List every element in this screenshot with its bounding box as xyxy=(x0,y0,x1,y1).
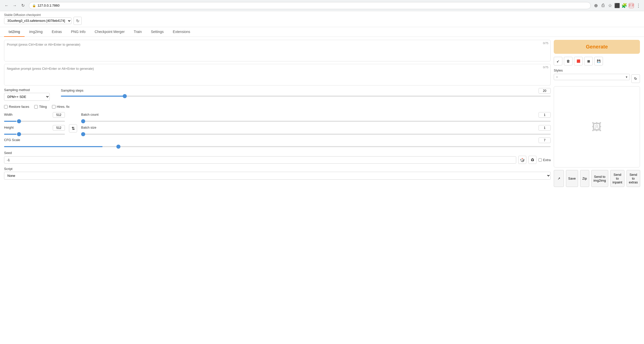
address-bar: 🔒 xyxy=(29,2,591,9)
positive-counter: 0/75 xyxy=(543,42,548,45)
trash-button[interactable]: 🗑 xyxy=(564,57,573,65)
sampling-method-col: Sampling method DPM++ SDE xyxy=(4,88,55,101)
tab-extras[interactable]: Extras xyxy=(47,27,66,37)
hires-fix-label: Hires. fix xyxy=(57,105,70,109)
extensions-icon[interactable]: 🧩 xyxy=(622,3,627,8)
share-icon: ↗ xyxy=(558,177,560,180)
tab-txt2img[interactable]: txt2img xyxy=(4,27,25,37)
batch-size-slider[interactable] xyxy=(81,134,551,135)
positive-prompt-wrapper: 0/75 xyxy=(4,40,551,61)
width-value[interactable] xyxy=(53,112,65,118)
forward-button[interactable]: → xyxy=(11,2,18,9)
tiling-label: Tiling xyxy=(39,105,47,109)
checkpoint-section: Stable Diffusion checkpoint 3Guofeng3_v3… xyxy=(4,13,82,25)
seed-input[interactable] xyxy=(4,156,516,164)
script-select[interactable]: None xyxy=(4,172,551,180)
share-icon[interactable]: ⎙ xyxy=(600,3,605,8)
save-style-button[interactable]: 💾 xyxy=(594,57,603,65)
zip-button[interactable]: Zip xyxy=(580,170,589,187)
styles-expand-button[interactable]: ▾ xyxy=(626,75,628,79)
image-preview-area: 🖼 xyxy=(554,86,640,167)
translate-icon[interactable]: ⊕ xyxy=(593,3,598,8)
styles-section: Styles × ▾ ↻ xyxy=(554,68,640,83)
seed-extra-input[interactable] xyxy=(539,158,542,162)
tabs: txt2img img2img Extras PNG Info Checkpoi… xyxy=(0,27,644,37)
save-button[interactable]: Save xyxy=(566,170,578,187)
sampling-method-select[interactable]: DPM++ SDE xyxy=(4,93,50,101)
back-button[interactable]: ← xyxy=(3,2,10,9)
height-slider[interactable] xyxy=(4,134,65,135)
tab-settings[interactable]: Settings xyxy=(146,27,168,37)
sampling-steps-col: Sampling steps xyxy=(61,88,551,97)
lock-icon: 🔒 xyxy=(32,4,36,7)
script-section: Script None xyxy=(4,167,551,180)
dims-left: Width Height xyxy=(4,112,65,135)
dims-batch-area: Width Height xyxy=(4,112,551,135)
checkpoint-refresh-button[interactable]: ↻ xyxy=(74,17,82,25)
cfg-scale-slider[interactable] xyxy=(4,146,551,147)
restore-faces-label: Restore faces xyxy=(9,105,29,109)
tab-img2img[interactable]: img2img xyxy=(25,27,47,37)
styles-dropdown[interactable]: × ▾ xyxy=(554,74,630,80)
seed-extra-checkbox[interactable]: Extra xyxy=(539,158,551,162)
send-inpaint-button[interactable]: Send to inpaint xyxy=(610,170,624,187)
action-icons-row: ↙ 🗑 🟥 ▦ 💾 xyxy=(554,57,640,65)
width-slider[interactable] xyxy=(4,121,65,122)
image-placeholder-icon: 🖼 xyxy=(592,121,602,133)
batch-size-value[interactable] xyxy=(539,125,551,131)
bottom-actions: ↗ Save Zip Send to img2img Send to inpai… xyxy=(554,170,640,187)
tab-pnginfo[interactable]: PNG Info xyxy=(66,27,90,37)
styles-clear-button[interactable]: × xyxy=(556,75,558,79)
share-button[interactable]: ↗ xyxy=(554,170,564,187)
sampling-steps-value[interactable] xyxy=(539,88,551,94)
hires-fix-checkbox[interactable]: Hires. fix xyxy=(52,105,70,109)
sampling-method-label: Sampling method xyxy=(4,88,55,92)
tab-train[interactable]: Train xyxy=(129,27,146,37)
restore-faces-input[interactable] xyxy=(4,105,8,109)
seed-dice-button[interactable]: 🎲 xyxy=(518,156,526,164)
checkpoint-label: Stable Diffusion checkpoint xyxy=(4,13,81,17)
script-label: Script xyxy=(4,167,551,171)
batch-count-value[interactable] xyxy=(539,112,551,118)
tab-checkpoint-merger[interactable]: Checkpoint Merger xyxy=(90,27,129,37)
bookmark-icon[interactable]: ☆ xyxy=(607,3,613,8)
arrow-down-left-button[interactable]: ↙ xyxy=(554,57,562,65)
sampling-steps-label: Sampling steps xyxy=(61,89,83,92)
generate-button[interactable]: Generate xyxy=(554,40,640,54)
negative-prompt-input[interactable] xyxy=(4,64,550,84)
checkpoint-select[interactable]: 3Guofeng3_v33.safetensors [4078eb4174] xyxy=(4,18,71,24)
tiling-checkbox[interactable]: Tiling xyxy=(34,105,47,109)
browser-actions: ⊕ ⎙ ☆ ⬛ 🧩 更新 ⋮ xyxy=(593,3,641,8)
styles-refresh-button[interactable]: ↻ xyxy=(631,74,640,83)
sampling-steps-slider[interactable] xyxy=(61,96,551,97)
nav-buttons: ← → ↻ xyxy=(3,2,26,9)
positive-prompt-input[interactable] xyxy=(4,40,550,60)
menu-icon[interactable]: ⋮ xyxy=(636,3,641,8)
swap-dimensions-button[interactable]: ⇅ xyxy=(69,124,77,132)
cfg-scale-label: CFG Scale xyxy=(4,138,20,142)
batch-count-slider[interactable] xyxy=(81,121,551,122)
main-content: 0/75 0/75 Sampling method DPM++ SDE xyxy=(0,37,644,190)
height-value[interactable] xyxy=(53,125,65,131)
tiling-input[interactable] xyxy=(34,105,38,109)
width-section: Width xyxy=(4,112,65,123)
cfg-scale-value[interactable] xyxy=(539,137,551,143)
batch-right: Batch count Batch size xyxy=(81,112,551,135)
height-section: Height xyxy=(4,125,65,135)
reload-button[interactable]: ↻ xyxy=(19,2,26,9)
restore-faces-checkbox[interactable]: Restore faces xyxy=(4,105,29,109)
grid-button[interactable]: ▦ xyxy=(584,57,593,65)
hires-fix-input[interactable] xyxy=(52,105,56,109)
batch-count-label: Batch count xyxy=(81,113,99,116)
app-header: Stable Diffusion checkpoint 3Guofeng3_v3… xyxy=(0,11,644,27)
seed-recycle-button[interactable]: ♻ xyxy=(528,156,536,164)
send-extras-button[interactable]: Send to extras xyxy=(627,170,640,187)
left-panel: 0/75 0/75 Sampling method DPM++ SDE xyxy=(4,40,551,187)
send-img2img-button[interactable]: Send to img2img xyxy=(591,170,608,187)
profile-icon[interactable]: ⬛ xyxy=(615,3,620,8)
url-input[interactable] xyxy=(38,4,587,7)
seed-label: Seed xyxy=(4,151,551,155)
update-button[interactable]: 更新 xyxy=(629,3,634,8)
red-button[interactable]: 🟥 xyxy=(574,57,583,65)
tab-extensions[interactable]: Extensions xyxy=(168,27,195,37)
